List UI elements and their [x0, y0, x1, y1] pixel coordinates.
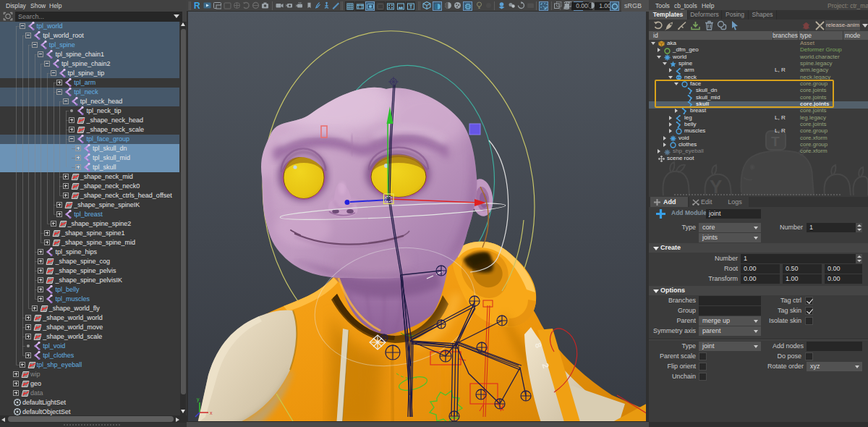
svg-text:x: x: [210, 410, 213, 415]
svg-text:Y: Y: [710, 176, 722, 195]
svg-text:y: y: [197, 397, 200, 402]
